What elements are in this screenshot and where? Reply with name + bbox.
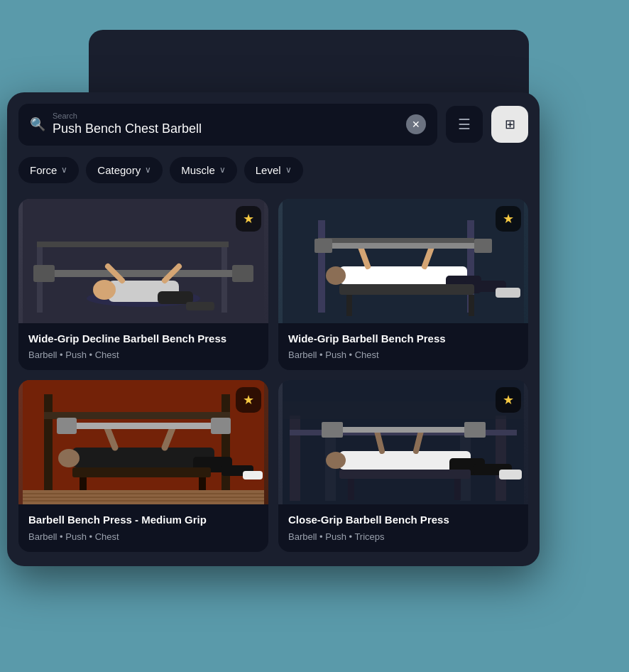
- svg-rect-26: [314, 239, 332, 253]
- star-button-1[interactable]: ★: [236, 206, 261, 232]
- filter-category-label: Category: [97, 164, 141, 176]
- svg-point-37: [58, 449, 80, 467]
- exercise-image-1: [18, 199, 268, 323]
- svg-rect-28: [339, 284, 474, 295]
- svg-rect-67: [322, 422, 343, 438]
- svg-rect-22: [496, 288, 520, 298]
- grid-icon: ⊞: [505, 116, 515, 132]
- svg-rect-29: [346, 295, 352, 316]
- card-image-3: ★: [18, 380, 268, 504]
- filter-category[interactable]: Category ∨: [86, 157, 163, 183]
- svg-rect-3: [37, 242, 229, 247]
- exercise-grid: ★ Wide-Grip Decline Barbell Bench Press …: [7, 195, 540, 552]
- svg-rect-45: [211, 418, 231, 434]
- exercise-card-1[interactable]: ★ Wide-Grip Decline Barbell Bench Press …: [18, 199, 268, 371]
- svg-point-9: [93, 280, 116, 300]
- svg-rect-54: [290, 416, 300, 501]
- filter-muscle[interactable]: Muscle ∨: [170, 157, 237, 183]
- filter-muscle-label: Muscle: [181, 164, 215, 176]
- force-chevron: ∨: [61, 165, 67, 175]
- search-box[interactable]: 🔍 Search Push Bench Chest Barbell ✕: [18, 104, 437, 146]
- exercise-card-2[interactable]: ★ Wide-Grip Barbell Bench Press Barbell …: [278, 199, 528, 371]
- muscle-chevron: ∨: [219, 165, 226, 175]
- star-button-2[interactable]: ★: [496, 206, 521, 232]
- search-label: Search: [53, 112, 399, 120]
- filter-force[interactable]: Force ∨: [18, 157, 79, 183]
- card-body-4: Close-Grip Barbell Bench Press Barbell •…: [278, 504, 528, 552]
- card-title-3: Barbell Bench Press - Medium Grip: [28, 513, 258, 527]
- svg-rect-44: [57, 418, 77, 434]
- svg-rect-68: [464, 422, 486, 438]
- exercise-image-4: [278, 380, 528, 504]
- card-image-1: ★: [18, 199, 268, 323]
- card-tags-3: Barbell • Push • Chest: [28, 531, 258, 542]
- exercise-image-3: [18, 380, 268, 504]
- svg-rect-66: [338, 427, 469, 433]
- level-chevron: ∨: [285, 165, 292, 175]
- clear-icon: ✕: [412, 119, 420, 130]
- card-body-3: Barbell Bench Press - Medium Grip Barbel…: [18, 504, 268, 552]
- svg-rect-69: [339, 470, 471, 479]
- svg-point-60: [326, 452, 346, 469]
- svg-rect-15: [318, 220, 325, 313]
- card-image-2: ★: [278, 199, 528, 323]
- svg-rect-5: [33, 265, 55, 282]
- svg-point-20: [326, 266, 346, 285]
- card-tags-4: Barbell • Push • Triceps: [288, 531, 518, 542]
- svg-rect-53: [283, 380, 524, 504]
- list-icon: ☰: [458, 116, 471, 133]
- svg-rect-33: [44, 394, 53, 501]
- main-panel: 🔍 Search Push Bench Chest Barbell ✕ ☰ ⊞ …: [7, 92, 540, 566]
- star-button-3[interactable]: ★: [236, 387, 261, 413]
- card-title-4: Close-Grip Barbell Bench Press: [288, 513, 518, 527]
- svg-rect-30: [469, 295, 474, 316]
- svg-rect-43: [71, 423, 217, 429]
- svg-rect-25: [325, 243, 481, 249]
- svg-rect-63: [499, 470, 522, 479]
- category-chevron: ∨: [145, 165, 151, 175]
- search-icon: 🔍: [30, 116, 45, 132]
- star-button-4[interactable]: ★: [496, 387, 521, 413]
- search-value: Push Bench Chest Barbell: [53, 121, 399, 137]
- card-tags-1: Barbell • Push • Chest: [28, 349, 258, 360]
- svg-rect-72: [283, 401, 524, 419]
- svg-rect-6: [232, 265, 253, 282]
- search-clear-button[interactable]: ✕: [406, 114, 426, 134]
- svg-rect-71: [454, 479, 461, 500]
- filter-level[interactable]: Level ∨: [244, 157, 303, 183]
- card-title-1: Wide-Grip Decline Barbell Bench Press: [28, 332, 258, 346]
- filter-row: Force ∨ Category ∨ Muscle ∨ Level ∨: [7, 157, 540, 195]
- filter-force-label: Force: [30, 164, 57, 176]
- search-row: 🔍 Search Push Bench Chest Barbell ✕ ☰ ⊞: [7, 92, 540, 157]
- search-text-wrap: Search Push Bench Chest Barbell: [53, 112, 399, 137]
- exercise-card-4[interactable]: ★ Close-Grip Barbell Bench Press Barbell…: [278, 380, 528, 552]
- card-tags-2: Barbell • Push • Chest: [288, 349, 518, 360]
- svg-rect-11: [186, 302, 214, 310]
- svg-rect-70: [348, 479, 354, 500]
- card-body-2: Wide-Grip Barbell Bench Press Barbell • …: [278, 323, 528, 371]
- card-image-4: ★: [278, 380, 528, 504]
- filter-level-label: Level: [256, 164, 281, 176]
- list-view-button[interactable]: ☰: [446, 106, 483, 143]
- card-title-2: Wide-Grip Barbell Bench Press: [288, 332, 518, 346]
- svg-rect-34: [221, 394, 230, 501]
- svg-rect-4: [44, 270, 243, 277]
- grid-view-button[interactable]: ⊞: [491, 106, 528, 143]
- svg-rect-17: [318, 238, 474, 244]
- svg-rect-40: [243, 471, 263, 479]
- exercise-image-2: [278, 199, 528, 323]
- exercise-card-3[interactable]: ★ Barbell Bench Press - Medium Grip Barb…: [18, 380, 268, 552]
- svg-rect-55: [496, 416, 506, 501]
- card-body-1: Wide-Grip Decline Barbell Bench Press Ba…: [18, 323, 268, 371]
- svg-rect-27: [474, 239, 492, 253]
- svg-rect-46: [72, 467, 211, 477]
